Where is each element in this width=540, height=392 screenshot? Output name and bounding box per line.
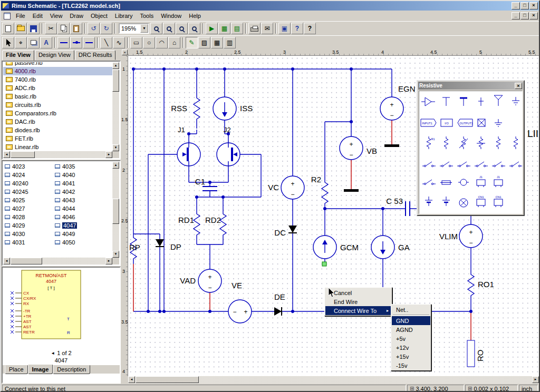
- potentiometer-icon[interactable]: [459, 136, 468, 149]
- breaker-icon[interactable]: [460, 179, 467, 185]
- parts-vertical-scrollbar[interactable]: ▲ ▼: [112, 162, 119, 258]
- palette-title-bar[interactable]: Resistive ×: [418, 82, 523, 90]
- cut-button[interactable]: ✂: [45, 23, 57, 34]
- rectangle-tool-button[interactable]: ▭: [130, 37, 142, 48]
- connector-cn1-icon[interactable]: [494, 199, 503, 205]
- bus-tool-button[interactable]: [70, 37, 82, 48]
- tree-item[interactable]: passive.rlb: [3, 62, 112, 67]
- part-item[interactable]: 40240: [4, 179, 52, 188]
- palette-icon-grid[interactable]: INPUT1 I/O OUTPUT1 R1 J1 J1 CN1 CN1: [419, 91, 523, 214]
- ruler-corner-button[interactable]: ×: [122, 50, 128, 55]
- switch-icons[interactable]: [422, 162, 523, 167]
- part-item[interactable]: 4042: [54, 188, 102, 196]
- menu-draw[interactable]: Draw: [66, 11, 87, 21]
- part-item[interactable]: 4049: [54, 230, 102, 238]
- ellipse-tool-button[interactable]: ○: [143, 37, 155, 48]
- submenu-minus15v[interactable]: -15v: [392, 361, 430, 370]
- copy-button[interactable]: [57, 23, 70, 34]
- child-minimize-button[interactable]: _: [512, 12, 520, 19]
- tree-item[interactable]: Comparators.rlb: [3, 109, 112, 117]
- context-menu-connect-wire-to[interactable]: Connect Wire To ▸: [325, 306, 391, 315]
- pager-previous-icon[interactable]: ◄: [51, 351, 55, 356]
- menu-tools[interactable]: Tools: [136, 11, 157, 21]
- part-item[interactable]: 4024: [4, 171, 52, 179]
- battery-icon[interactable]: [425, 197, 432, 206]
- close-button[interactable]: ×: [529, 2, 538, 9]
- scroll-down-icon[interactable]: ▼: [112, 144, 119, 151]
- tab-drc-results[interactable]: DRC Results: [75, 50, 116, 60]
- menu-window[interactable]: Window: [157, 11, 185, 21]
- fill-tool-button[interactable]: ▨: [198, 37, 210, 48]
- probe-button[interactable]: ▣: [278, 23, 291, 34]
- tree-item[interactable]: basic.rlb: [3, 92, 112, 101]
- menu-help[interactable]: Help: [185, 11, 205, 21]
- submenu-plus15v[interactable]: +15v: [392, 352, 430, 361]
- child-window-icon[interactable]: [4, 13, 11, 19]
- text-tool-button[interactable]: A: [40, 37, 52, 48]
- junction-tool-button[interactable]: [83, 37, 95, 48]
- zoom-in-button[interactable]: [150, 23, 162, 34]
- resistor-icon[interactable]: [427, 136, 431, 149]
- grid-toggle-button[interactable]: ▦: [211, 37, 223, 48]
- part-item[interactable]: 4044: [54, 204, 102, 213]
- part-item[interactable]: 4028: [4, 213, 52, 221]
- terminal-icon[interactable]: [442, 97, 450, 106]
- menu-view[interactable]: View: [46, 11, 66, 21]
- part-item[interactable]: 4040: [54, 171, 102, 179]
- menu-object[interactable]: Object: [87, 11, 111, 21]
- maximize-button[interactable]: □: [520, 2, 529, 9]
- tree-item[interactable]: Linear.rlb: [3, 143, 112, 151]
- tab-file-view[interactable]: File View: [2, 50, 34, 61]
- tree-item[interactable]: ADC.rlb: [3, 84, 112, 92]
- ground-icon[interactable]: [512, 97, 519, 105]
- menu-library[interactable]: Library: [111, 11, 137, 21]
- small-terminal-icon[interactable]: [478, 97, 484, 106]
- hatch-tool-button[interactable]: ▥: [224, 37, 236, 48]
- tab-place[interactable]: Place: [5, 365, 28, 374]
- battery-icon[interactable]: [442, 197, 450, 206]
- menu-edit[interactable]: Edit: [29, 11, 46, 21]
- part-item[interactable]: 4043: [54, 196, 102, 204]
- tree-item[interactable]: FET.rlb: [3, 134, 112, 143]
- context-help-button[interactable]: ?: [304, 23, 316, 34]
- zoom-sheet-button[interactable]: [188, 23, 200, 34]
- part-item[interactable]: 4050: [54, 238, 102, 247]
- capacitors[interactable]: [202, 187, 410, 216]
- submenu-plus5v[interactable]: +5v: [392, 334, 430, 343]
- rotate-left-button[interactable]: ↺: [88, 23, 100, 34]
- canvas-horizontal-scrollbar[interactable]: ◄ ►: [128, 376, 539, 384]
- switch-icon[interactable]: [431, 183, 433, 184]
- new-button[interactable]: [2, 23, 14, 34]
- wire-tool-button[interactable]: [57, 37, 70, 48]
- part-item[interactable]: 4031: [4, 238, 52, 247]
- save-button[interactable]: [27, 23, 40, 34]
- rotate-right-button[interactable]: ↻: [100, 23, 112, 34]
- help-button[interactable]: ?: [291, 23, 303, 34]
- submenu-agnd[interactable]: AGND: [392, 325, 430, 334]
- run-simulation-button[interactable]: ▶: [206, 23, 218, 34]
- trimmer-icon[interactable]: [477, 136, 485, 149]
- resistor-icon[interactable]: [444, 136, 448, 149]
- part-item[interactable]: 4023: [4, 162, 52, 171]
- lamp-icon[interactable]: [460, 200, 466, 205]
- connector-j1-icon[interactable]: [494, 180, 503, 185]
- zoom-combo[interactable]: 195% ▼: [119, 23, 149, 34]
- resistor-icon[interactable]: [514, 136, 518, 149]
- component-ve[interactable]: [228, 300, 252, 323]
- scroll-left-icon[interactable]: ◄: [3, 258, 10, 264]
- netlist-button[interactable]: ▦: [218, 23, 230, 34]
- open-button[interactable]: [15, 23, 27, 34]
- minimize-button[interactable]: _: [512, 2, 520, 9]
- tree-item[interactable]: circuits.rlb: [3, 101, 112, 109]
- zoom-window-button[interactable]: [176, 23, 188, 34]
- line-tool-button[interactable]: ╲: [100, 37, 112, 48]
- scroll-right-icon[interactable]: ►: [105, 258, 112, 264]
- buffer-icon[interactable]: [425, 97, 431, 106]
- export-button[interactable]: ✉: [261, 23, 273, 34]
- palette-close-icon[interactable]: ×: [515, 83, 522, 89]
- scroll-up-icon[interactable]: ▲: [112, 62, 119, 69]
- scroll-left-icon[interactable]: ◄: [3, 151, 10, 158]
- tree-vertical-scrollbar[interactable]: ▲ ▼: [112, 62, 119, 151]
- polygon-tool-button[interactable]: ⌂: [168, 37, 180, 48]
- part-item-selected[interactable]: 4047: [54, 221, 102, 230]
